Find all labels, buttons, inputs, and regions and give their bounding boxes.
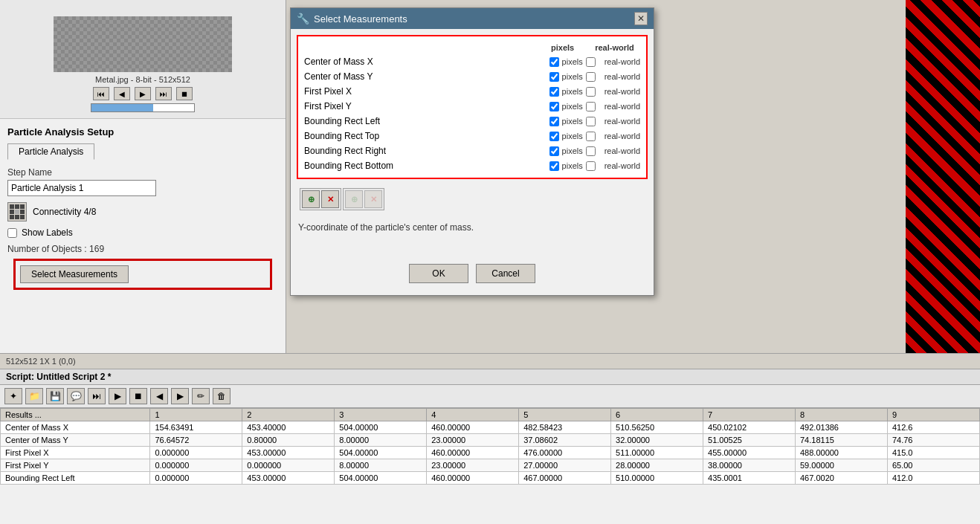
realworld-checkbox-5[interactable] [586, 132, 596, 141]
measurement-checks-6: pixels real-world [549, 146, 640, 156]
comment-btn[interactable]: 💬 [67, 388, 85, 404]
table-cell: 28.00000 [611, 459, 703, 472]
table-cell: 415.0 [887, 447, 979, 459]
skip-forward-btn[interactable]: ⏭ [155, 87, 172, 100]
realworld-label-3: real-world [605, 102, 640, 111]
status-bar: 512x512 1X 1 (0,0) [0, 353, 980, 369]
tab-bar: Particle Analysis [7, 143, 278, 160]
measurement-name-7: Bounding Rect Bottom [304, 161, 549, 171]
cancel-button[interactable]: Cancel [476, 264, 535, 283]
select-measurements-highlight: Select Measurements [13, 259, 272, 290]
realworld-label-1: real-world [605, 72, 640, 81]
add-realworld-btn[interactable]: ⊕ [345, 190, 363, 208]
table-cell: 504.00000 [335, 472, 427, 485]
play-script-btn[interactable]: ▶ [109, 388, 126, 404]
save-btn[interactable]: 💾 [46, 388, 64, 404]
measurement-checks-2: pixels real-world [549, 87, 640, 97]
next-step-btn[interactable]: ▶ [171, 388, 189, 404]
remove-pixels-btn[interactable]: ✕ [321, 190, 339, 208]
dialog-buttons: OK Cancel [297, 258, 648, 289]
star-btn[interactable]: ✦ [4, 388, 22, 404]
table-cell: 412.6 [887, 421, 979, 434]
pixels-checkbox-5[interactable] [549, 132, 559, 141]
table-row: Center of Mass Y76.645720.800008.0000023… [1, 434, 980, 447]
realworld-checkbox-6[interactable] [586, 146, 596, 156]
results-table-container: Results ...123456789 Center of Mass X154… [0, 408, 980, 513]
delete-btn[interactable]: 🗑 [213, 388, 231, 404]
real-world-header: real-world [595, 43, 634, 52]
dialog-title-text: Select Measurements [314, 13, 407, 25]
remove-realworld-btn[interactable]: ✕ [364, 190, 382, 208]
stop-btn[interactable]: ⏹ [176, 87, 193, 100]
table-cell: 32.00000 [611, 434, 703, 447]
edit-btn[interactable]: ✏ [192, 388, 210, 404]
realworld-label-2: real-world [605, 87, 640, 96]
pixels-checkbox-6[interactable] [549, 146, 559, 156]
dialog-content: pixels real-world Center of Mass X pixel… [291, 29, 654, 295]
particle-analysis-tab[interactable]: Particle Analysis [7, 143, 94, 160]
table-row-label: Center of Mass X [1, 421, 150, 434]
pixels-checkbox-1[interactable] [549, 72, 559, 82]
realworld-label-7: real-world [605, 161, 640, 170]
table-cell: 0.000000 [150, 459, 242, 472]
table-cell: 510.56250 [611, 421, 703, 434]
table-cell: 476.00000 [519, 447, 611, 459]
pixels-checkbox-7[interactable] [549, 161, 559, 171]
realworld-toolbar-group: ⊕ ✕ [343, 188, 384, 210]
dialog-toolbar: ⊕ ✕ ⊕ ✕ [297, 185, 648, 213]
ok-button[interactable]: OK [409, 264, 468, 283]
results-table: Results ...123456789 Center of Mass X154… [0, 408, 980, 485]
num-objects-label: Number of Objects : [7, 244, 87, 254]
realworld-checkbox-1[interactable] [586, 72, 596, 82]
pixels-checkbox-2[interactable] [549, 87, 559, 97]
table-cell: 38.00000 [703, 459, 796, 472]
add-pixels-btn[interactable]: ⊕ [302, 190, 320, 208]
table-cell: 412.0 [887, 472, 979, 485]
table-row-label: Center of Mass Y [1, 434, 150, 447]
table-cell: 467.00000 [519, 472, 611, 485]
select-measurements-button[interactable]: Select Measurements [20, 265, 129, 283]
realworld-checkbox-2[interactable] [586, 87, 596, 97]
prev-btn[interactable]: ◀ [114, 87, 130, 100]
skip-forward-script-btn[interactable]: ⏭ [88, 388, 106, 404]
measurement-row: Center of Mass X pixels real-world [303, 54, 642, 69]
skip-back-btn[interactable]: ⏮ [93, 87, 109, 100]
progress-bar[interactable] [91, 103, 195, 112]
realworld-checkbox-7[interactable] [586, 161, 596, 171]
table-cell: 37.08602 [519, 434, 611, 447]
section-title: Particle Analysis Setup [7, 126, 278, 138]
table-col-header: 1 [150, 409, 242, 421]
measurement-row: First Pixel Y pixels real-world [303, 99, 642, 114]
table-cell: 453.40000 [242, 421, 335, 434]
table-cell: 8.00000 [335, 434, 427, 447]
measurement-name-0: Center of Mass X [304, 56, 549, 67]
pixels-label-0: pixels [562, 57, 583, 66]
table-row: First Pixel X0.000000453.00000504.000004… [1, 447, 980, 459]
step-name-input[interactable] [7, 180, 156, 196]
pixels-checkbox-3[interactable] [549, 102, 559, 111]
right-panel [906, 0, 980, 353]
select-measurements-dialog: 🔧 Select Measurements ✕ pixels real-wor [290, 7, 654, 296]
folder-btn[interactable]: 📁 [25, 388, 43, 404]
num-objects-value: 169 [89, 244, 104, 254]
measurement-name-5: Bounding Rect Top [304, 131, 549, 141]
pixels-checkbox-4[interactable] [549, 117, 559, 126]
realworld-checkbox-0[interactable] [586, 57, 596, 67]
realworld-label-5: real-world [605, 132, 640, 140]
pixels-checkbox-0[interactable] [549, 57, 559, 67]
script-titlebar: Script: Untitled Script 2 * [0, 369, 980, 385]
prev-step-btn[interactable]: ◀ [150, 388, 168, 404]
play-btn[interactable]: ▶ [135, 87, 151, 100]
pixels-label-2: pixels [562, 87, 583, 96]
realworld-checkbox-3[interactable] [586, 102, 596, 111]
table-row: Center of Mass X154.63491453.40000504.00… [1, 421, 980, 434]
add-pixels-icon: ⊕ [308, 195, 315, 204]
script-panel: Script: Untitled Script 2 * ✦ 📁 💾 💬 ⏭ ▶ … [0, 369, 980, 513]
table-cell: 0.000000 [150, 472, 242, 485]
realworld-checkbox-4[interactable] [586, 117, 596, 126]
dialog-close-button[interactable]: ✕ [634, 12, 648, 25]
stop-script-btn[interactable]: ⏹ [129, 388, 147, 404]
show-labels-checkbox[interactable] [7, 228, 17, 238]
playback-controls: ⏮ ◀ ▶ ⏭ ⏹ [93, 87, 193, 100]
dialog-title-icon: 🔧 [297, 13, 309, 25]
